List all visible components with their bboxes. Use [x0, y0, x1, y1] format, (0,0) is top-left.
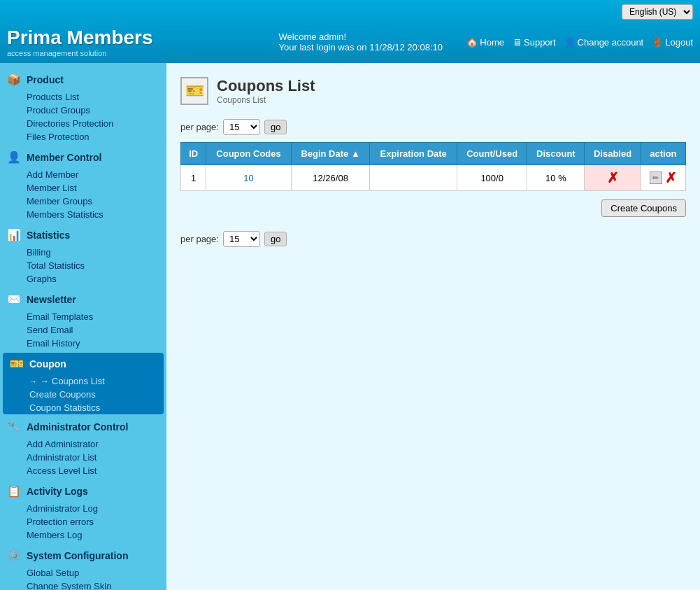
sidebar-section-header-statistics[interactable]: 📊Statistics — [0, 224, 166, 246]
coupons-table: ID Coupon Codes Begin Date ▲ Expiration … — [180, 142, 686, 191]
cell-discount: 10 % — [527, 165, 585, 191]
header: English (US) Prima Members access manage… — [0, 0, 700, 63]
logout-link[interactable]: 🚪 Logout — [652, 37, 693, 48]
sidebar-item-members-log[interactable]: Members Log — [20, 528, 166, 542]
col-action: action — [641, 143, 685, 165]
activity-logs-icon: 📋 — [7, 484, 21, 498]
home-link[interactable]: 🏠 Home — [466, 37, 504, 48]
sidebar-section-header-product[interactable]: 📦Product — [0, 69, 166, 90]
go-button-top[interactable]: go — [264, 120, 287, 134]
sidebar-section-statistics: 📊StatisticsBillingTotal StatisticsGraphs — [0, 224, 166, 286]
cell-disabled: ✗ — [585, 165, 641, 191]
sidebar-section-newsletter: ✉️NewsletterEmail TemplatesSend EmailEma… — [0, 288, 166, 350]
action-icons: ✏ ✗ — [648, 171, 678, 185]
table-header: ID Coupon Codes Begin Date ▲ Expiration … — [181, 143, 686, 165]
welcome-area: Welcome admin! Your last login was on 11… — [167, 31, 467, 52]
coupon-icon: 🎫 — [10, 357, 24, 370]
page-header: 🎫 Coupons List Coupons List — [180, 77, 686, 105]
sidebar-items-coupon: → Coupons ListCreate CouponsCoupon Stati… — [3, 374, 164, 414]
sidebar-item-total-statistics[interactable]: Total Statistics — [20, 259, 166, 272]
sidebar-item-send-email[interactable]: Send Email — [20, 323, 166, 337]
statistics-icon: 📊 — [7, 228, 21, 241]
sidebar-item-access-level-list[interactable]: Access Level List — [20, 464, 166, 477]
sidebar-item-graphs[interactable]: Graphs — [20, 272, 166, 286]
sidebar-section-header-administrator-control[interactable]: 🔧Administrator Control — [0, 416, 166, 437]
sidebar-item-coupons-list[interactable]: → Coupons List — [22, 374, 164, 388]
change-account-link[interactable]: 👤 Change account — [564, 37, 644, 48]
sidebar-item-billing[interactable]: Billing — [20, 246, 166, 259]
sidebar-item-add-administrator[interactable]: Add Administrator — [20, 437, 166, 451]
page-icon: 🎫 — [180, 77, 208, 105]
sidebar-item-email-history[interactable]: Email History — [20, 337, 166, 350]
layout: 📦ProductProducts ListProduct GroupsDirec… — [0, 63, 700, 590]
change-account-icon: 👤 — [564, 37, 576, 48]
welcome-line2: Your last login was on 11/28/12 20:08:10 — [279, 42, 467, 52]
sidebar-section-activity-logs: 📋Activity LogsAdministrator LogProtectio… — [0, 480, 166, 542]
logout-icon: 🚪 — [652, 37, 663, 48]
coupon-codes-link[interactable]: 10 — [243, 173, 253, 183]
create-coupons-button[interactable]: Create Coupons — [601, 199, 686, 217]
sidebar-item-member-groups[interactable]: Member Groups — [20, 195, 166, 208]
cell-id: 1 — [181, 165, 206, 191]
per-page-bottom: per page: 15 25 50 100 go — [180, 231, 686, 247]
edit-icon[interactable]: ✏ — [650, 171, 662, 184]
sidebar-section-header-newsletter[interactable]: ✉️Newsletter — [0, 288, 166, 310]
administrator-control-label: Administrator Control — [27, 421, 128, 433]
sidebar-section-administrator-control: 🔧Administrator ControlAdd AdministratorA… — [0, 416, 166, 477]
language-selector[interactable]: English (US) — [622, 4, 693, 20]
col-id: ID — [181, 143, 206, 165]
sidebar-item-create-coupons[interactable]: Create Coupons — [22, 388, 164, 401]
sidebar-item-files-protection[interactable]: Files Protection — [20, 130, 166, 143]
sidebar-section-coupon: 🎫Coupon→ Coupons ListCreate CouponsCoupo… — [3, 353, 164, 414]
sidebar-item-protection-errors[interactable]: Protection errors — [20, 515, 166, 528]
support-link[interactable]: 🖥 Support — [513, 37, 556, 48]
per-page-label-bottom: per page: — [180, 234, 219, 244]
table-body: 11012/26/08100/010 %✗ ✏ ✗ — [181, 165, 686, 191]
activity-logs-label: Activity Logs — [27, 486, 88, 497]
system-configuration-label: System Configuration — [27, 550, 128, 561]
sidebar-items-activity-logs: Administrator LogProtection errorsMember… — [0, 502, 166, 542]
sidebar-section-system-configuration: ⚙️System ConfigurationGlobal SetupChange… — [0, 545, 166, 590]
cell-coupon-codes: 10 — [206, 165, 291, 191]
sidebar-item-products-list[interactable]: Products List — [20, 90, 166, 104]
sidebar-items-product: Products ListProduct GroupsDirectories P… — [0, 90, 166, 143]
newsletter-label: Newsletter — [27, 294, 76, 305]
per-page-top: per page: 15 25 50 100 go — [180, 119, 686, 135]
sidebar-section-header-activity-logs[interactable]: 📋Activity Logs — [0, 480, 166, 502]
sidebar-item-administrator-log[interactable]: Administrator Log — [20, 502, 166, 515]
per-page-select-top[interactable]: 15 25 50 100 — [223, 119, 260, 135]
sidebar-item-product-groups[interactable]: Product Groups — [20, 104, 166, 117]
sidebar-section-header-system-configuration[interactable]: ⚙️System Configuration — [0, 545, 166, 566]
col-count-used: Count/Used — [457, 143, 527, 165]
sidebar-item-members-statistics[interactable]: Members Statistics — [20, 208, 166, 221]
page-title: Coupons List — [217, 77, 315, 95]
sidebar-item-directories-protection[interactable]: Directories Protection — [20, 117, 166, 130]
disabled-x-icon: ✗ — [607, 170, 619, 185]
home-icon: 🏠 — [466, 37, 478, 48]
go-button-bottom[interactable]: go — [264, 232, 287, 246]
col-begin-date[interactable]: Begin Date ▲ — [291, 143, 370, 165]
sidebar-item-global-setup[interactable]: Global Setup — [20, 566, 166, 580]
sidebar-item-change-system-skin[interactable]: Change System Skin — [20, 580, 166, 590]
sidebar-section-header-coupon[interactable]: 🎫Coupon — [3, 353, 164, 374]
per-page-select-bottom[interactable]: 15 25 50 100 — [223, 231, 260, 247]
product-label: Product — [27, 74, 64, 85]
sidebar-section-member-control: 👤Member ControlAdd MemberMember ListMemb… — [0, 146, 166, 221]
nav-links: 🏠 Home 🖥 Support 👤 Change account 🚪 Logo… — [466, 37, 693, 48]
sidebar-section-header-member-control[interactable]: 👤Member Control — [0, 146, 166, 168]
sidebar-item-member-list[interactable]: Member List — [20, 181, 166, 195]
col-disabled: Disabled — [585, 143, 641, 165]
sidebar: 📦ProductProducts ListProduct GroupsDirec… — [0, 63, 166, 590]
col-discount: Discount — [527, 143, 585, 165]
administrator-control-icon: 🔧 — [7, 420, 21, 433]
cell-count-used: 100/0 — [457, 165, 527, 191]
sidebar-item-add-member[interactable]: Add Member — [20, 168, 166, 181]
sidebar-item-administrator-list[interactable]: Administrator List — [20, 451, 166, 464]
table-header-row: ID Coupon Codes Begin Date ▲ Expiration … — [181, 143, 686, 165]
sidebar-item-email-templates[interactable]: Email Templates — [20, 310, 166, 323]
support-icon: 🖥 — [513, 37, 522, 48]
sidebar-item-coupon-statistics[interactable]: Coupon Statistics — [22, 401, 164, 414]
delete-icon[interactable]: ✗ — [665, 171, 677, 185]
logo-subtitle: access management solution — [7, 49, 153, 57]
product-icon: 📦 — [7, 73, 21, 86]
